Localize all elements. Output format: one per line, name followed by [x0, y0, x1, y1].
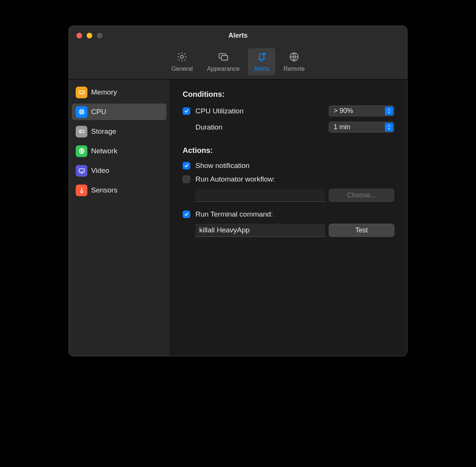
sidebar-item-label: Storage: [91, 127, 116, 136]
conditions-heading: Conditions:: [183, 90, 394, 99]
sidebar: Memory CPU: [69, 79, 170, 356]
cpu-utilization-select[interactable]: > 90%: [329, 105, 394, 116]
run-terminal-checkbox[interactable]: [183, 211, 190, 218]
tab-general[interactable]: General: [165, 48, 199, 75]
run-automator-checkbox[interactable]: [183, 176, 190, 183]
run-automator-label: Run Automator workflow:: [195, 175, 275, 183]
svg-rect-12: [79, 169, 84, 172]
sidebar-item-label: CPU: [91, 108, 106, 116]
sidebar-item-cpu[interactable]: CPU: [72, 104, 166, 120]
choose-button[interactable]: Choose...: [329, 189, 394, 202]
button-label: Choose...: [347, 191, 376, 199]
sidebar-item-sensors[interactable]: Sensors: [72, 182, 166, 198]
svg-rect-6: [79, 91, 84, 94]
automator-input-row: Choose...: [195, 189, 394, 202]
tab-label: Alerts: [254, 66, 269, 72]
tab-alerts[interactable]: Alerts: [248, 48, 275, 75]
duration-label: Duration: [195, 123, 223, 131]
tab-label: Appearance: [207, 66, 240, 72]
svg-rect-7: [80, 110, 84, 114]
gear-icon: [175, 50, 188, 63]
test-button[interactable]: Test: [329, 224, 394, 237]
sidebar-item-storage[interactable]: Storage: [72, 123, 166, 140]
globe-icon: [288, 50, 301, 63]
action-row-run-terminal: Run Terminal command:: [183, 210, 394, 218]
sidebar-item-network[interactable]: Network: [72, 143, 166, 159]
cpu-icon: [76, 106, 87, 118]
condition-row-cpu-utilization: CPU Utilization > 90%: [183, 105, 394, 116]
titlebar: Alerts General: [69, 26, 407, 79]
sidebar-item-label: Memory: [91, 88, 117, 96]
sensors-icon: [76, 185, 87, 196]
cpu-utilization-label: CPU Utilization: [195, 107, 244, 115]
automator-path-field[interactable]: [195, 189, 325, 202]
show-notification-label: Show notification: [195, 162, 250, 170]
content: Memory CPU: [69, 79, 407, 356]
memory-icon: [76, 87, 87, 98]
sidebar-item-label: Video: [91, 166, 109, 175]
stepper-arrows-icon: [385, 123, 393, 131]
duration-select[interactable]: 1 min: [329, 122, 394, 133]
show-notification-checkbox[interactable]: [183, 162, 190, 169]
main-panel: Conditions: CPU Utilization > 90%: [170, 79, 407, 356]
select-value: > 90%: [334, 107, 353, 115]
terminal-input-row: Test: [195, 224, 394, 237]
action-row-run-automator: Run Automator workflow:: [183, 175, 394, 183]
select-value: 1 min: [334, 123, 350, 131]
cpu-utilization-checkbox[interactable]: [183, 107, 190, 115]
network-icon: [76, 145, 87, 157]
svg-rect-2: [221, 55, 227, 60]
sidebar-item-memory[interactable]: Memory: [72, 84, 166, 101]
tab-appearance[interactable]: Appearance: [201, 48, 246, 75]
svg-point-0: [180, 55, 183, 58]
run-terminal-label: Run Terminal command:: [195, 210, 273, 218]
toolbar: General Appearance: [69, 48, 407, 75]
actions-heading: Actions:: [183, 146, 394, 155]
tab-remote[interactable]: Remote: [278, 48, 311, 75]
preferences-window: Alerts General: [69, 26, 407, 356]
sidebar-item-video[interactable]: Video: [72, 162, 166, 179]
tab-label: Remote: [284, 66, 305, 72]
bell-icon: [255, 50, 268, 63]
button-label: Test: [355, 226, 368, 234]
sidebar-item-label: Sensors: [91, 186, 117, 194]
storage-icon: [76, 126, 87, 137]
stepper-arrows-icon: [385, 107, 393, 115]
terminal-command-field[interactable]: [195, 224, 325, 237]
svg-point-13: [81, 191, 83, 193]
sidebar-item-label: Network: [91, 147, 117, 155]
svg-point-10: [80, 131, 81, 132]
action-row-show-notification: Show notification: [183, 162, 394, 170]
tab-label: General: [171, 66, 193, 72]
condition-row-duration: Duration 1 min: [183, 122, 394, 133]
window-title: Alerts: [69, 32, 407, 40]
svg-rect-8: [81, 111, 82, 113]
svg-point-4: [263, 53, 265, 55]
appearance-icon: [217, 50, 230, 63]
video-icon: [76, 165, 87, 177]
